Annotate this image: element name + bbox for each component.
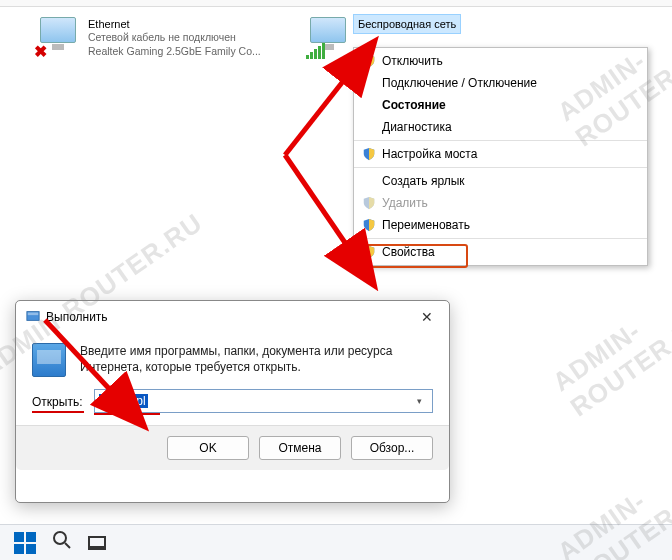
ctx-label: Свойства bbox=[382, 245, 435, 259]
ctx-item-disable[interactable]: Отключить bbox=[354, 50, 647, 72]
shield-icon bbox=[362, 147, 376, 161]
ctx-label: Настройка моста bbox=[382, 147, 477, 161]
connection-status: Сетевой кабель не подключен bbox=[88, 31, 261, 45]
wifi-adapter-icon bbox=[310, 17, 350, 57]
ctx-label: Подключение / Отключение bbox=[382, 76, 537, 90]
connection-name: Беспроводная сеть bbox=[353, 14, 461, 34]
svg-line-4 bbox=[285, 75, 348, 155]
start-button[interactable] bbox=[14, 532, 36, 554]
shield-icon bbox=[362, 196, 376, 210]
command-input[interactable]: ncpa.cpl ▾ bbox=[94, 389, 433, 413]
shield-icon bbox=[362, 54, 376, 68]
run-program-icon bbox=[32, 343, 66, 377]
browse-button[interactable]: Обзор... bbox=[351, 436, 433, 460]
command-value: ncpa.cpl bbox=[99, 394, 148, 408]
highlight-annotation bbox=[32, 411, 84, 413]
connection-adapter: Realtek Gaming 2.5GbE Family Co... bbox=[88, 45, 261, 59]
wifi-signal-icon bbox=[306, 43, 325, 59]
run-title-text: Выполнить bbox=[46, 310, 108, 324]
highlight-annotation bbox=[94, 413, 160, 415]
run-description: Введите имя программы, папки, документа … bbox=[80, 343, 433, 377]
ethernet-icon: ✖ bbox=[40, 17, 80, 57]
ctx-item-rename[interactable]: Переименовать bbox=[354, 214, 647, 236]
ctx-label: Отключить bbox=[382, 54, 443, 68]
ctx-item-diagnose[interactable]: Диагностика bbox=[354, 116, 647, 138]
disconnected-icon: ✖ bbox=[34, 42, 47, 61]
ctx-item-properties[interactable]: Свойства bbox=[354, 238, 647, 263]
window-toolbar bbox=[0, 0, 672, 7]
svg-line-3 bbox=[65, 543, 70, 548]
watermark: ADMIN-ROUTER.RU bbox=[547, 279, 672, 424]
open-label: Открыть: bbox=[32, 395, 82, 409]
ctx-item-status[interactable]: Состояние bbox=[354, 94, 647, 116]
ctx-item-bridge[interactable]: Настройка моста bbox=[354, 140, 647, 165]
svg-point-2 bbox=[54, 532, 66, 544]
ctx-item-delete: Удалить bbox=[354, 192, 647, 214]
ctx-label: Удалить bbox=[382, 196, 428, 210]
shield-icon bbox=[362, 218, 376, 232]
ctx-item-connect-disconnect[interactable]: Подключение / Отключение bbox=[354, 72, 647, 94]
ctx-label: Диагностика bbox=[382, 120, 452, 134]
shield-icon bbox=[362, 245, 376, 259]
cancel-button[interactable]: Отмена bbox=[259, 436, 341, 460]
chevron-down-icon[interactable]: ▾ bbox=[410, 396, 428, 406]
run-titlebar[interactable]: Выполнить ✕ bbox=[16, 301, 449, 333]
context-menu: Отключить Подключение / Отключение Состо… bbox=[353, 47, 648, 266]
run-title-icon bbox=[26, 309, 40, 326]
taskbar bbox=[0, 524, 672, 560]
connection-name: Ethernet bbox=[88, 17, 261, 31]
ctx-label: Переименовать bbox=[382, 218, 470, 232]
close-icon[interactable]: ✕ bbox=[415, 307, 439, 327]
taskbar-search-icon[interactable] bbox=[52, 530, 72, 555]
ok-button[interactable]: OK bbox=[167, 436, 249, 460]
task-view-icon[interactable] bbox=[88, 536, 106, 550]
ctx-label: Создать ярлык bbox=[382, 174, 465, 188]
ctx-item-shortcut[interactable]: Создать ярлык bbox=[354, 167, 647, 192]
ctx-label: Состояние bbox=[382, 98, 446, 112]
svg-line-5 bbox=[285, 155, 350, 250]
run-dialog: Выполнить ✕ Введите имя программы, папки… bbox=[15, 300, 450, 503]
connection-ethernet[interactable]: ✖ Ethernet Сетевой кабель не подключен R… bbox=[40, 17, 280, 59]
svg-rect-1 bbox=[28, 312, 39, 315]
